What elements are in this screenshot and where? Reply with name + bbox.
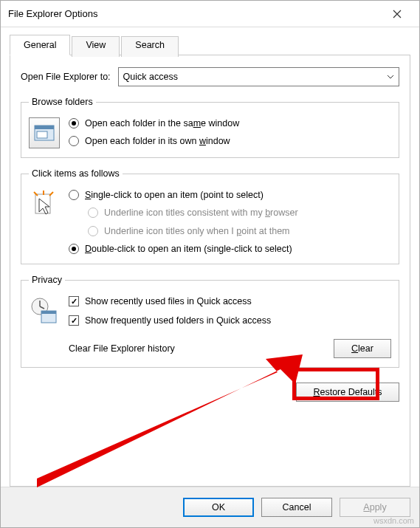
history-icon (29, 295, 60, 326)
restore-defaults-button[interactable]: Restore Defaults (296, 383, 399, 402)
radio-icon (69, 190, 79, 200)
svg-rect-1 (35, 126, 54, 129)
open-to-value: Quick access (123, 72, 178, 82)
browse-folders-legend: Browse folders (29, 97, 96, 107)
radio-same-window-label: Open each folder in the same window (85, 117, 239, 129)
window-title: File Explorer Options (8, 8, 382, 19)
radio-icon (69, 244, 79, 254)
cursor-click-icon (29, 189, 60, 220)
clear-button[interactable]: Clear (334, 339, 391, 358)
radio-own-window-label: Open each folder in its own window (85, 135, 230, 147)
checkbox-show-recent-label: Show recently used files in Quick access (85, 295, 252, 307)
radio-underline-point: Underline icon titles only when I point … (69, 225, 391, 237)
dialog-window: File Explorer Options General View Searc… (0, 0, 420, 528)
radio-single-click[interactable]: Single-click to open an item (point to s… (69, 189, 391, 201)
folder-window-icon (29, 117, 60, 148)
tab-search[interactable]: Search (121, 36, 179, 57)
privacy-legend: Privacy (29, 275, 65, 285)
close-button[interactable] (382, 3, 412, 25)
client-area: General View Search Open File Explorer t… (1, 27, 419, 487)
tab-general-label: General (24, 40, 56, 50)
tab-strip: General View Search (10, 35, 410, 55)
tab-view[interactable]: View (72, 36, 120, 57)
tab-search-label: Search (135, 40, 165, 50)
dialog-buttons: OK Cancel Apply (1, 487, 419, 527)
browse-folders-group: Browse folders Open each folder in the s… (21, 97, 399, 158)
checkbox-icon (69, 296, 79, 306)
ok-button-label: OK (212, 502, 225, 512)
checkbox-icon (69, 315, 79, 326)
watermark: wsxdn.com (373, 516, 414, 525)
close-icon (393, 10, 402, 18)
radio-icon (69, 136, 79, 146)
radio-icon (88, 208, 98, 218)
apply-button[interactable]: Apply (340, 498, 410, 517)
cancel-button[interactable]: Cancel (261, 498, 332, 517)
tab-general[interactable]: General (10, 35, 70, 55)
click-items-group: Click items as follows Single-click to o… (21, 168, 399, 264)
open-to-row: Open File Explorer to: Quick access (21, 67, 399, 86)
svg-rect-11 (41, 311, 56, 314)
radio-underline-point-label: Underline icon titles only when I point … (104, 225, 290, 237)
ok-button[interactable]: OK (183, 498, 254, 517)
radio-icon (88, 226, 98, 236)
privacy-group: Privacy Show recently used files in Quic… (21, 275, 399, 368)
clear-history-row: Clear File Explorer history Clear (69, 335, 391, 358)
chevron-down-icon (382, 68, 399, 86)
radio-double-click-label: Double-click to open an item (single-cli… (85, 243, 292, 255)
radio-double-click[interactable]: Double-click to open an item (single-cli… (69, 243, 391, 255)
radio-icon (69, 118, 79, 128)
radio-same-window[interactable]: Open each folder in the same window (69, 117, 391, 129)
checkbox-show-frequent[interactable]: Show frequently used folders in Quick ac… (69, 315, 391, 326)
tab-view-label: View (86, 40, 106, 50)
checkbox-show-recent[interactable]: Show recently used files in Quick access (69, 295, 391, 307)
open-to-select[interactable]: Quick access (118, 67, 399, 86)
titlebar: File Explorer Options (1, 1, 419, 27)
click-items-legend: Click items as follows (29, 168, 123, 179)
checkbox-show-frequent-label: Show frequently used folders in Quick ac… (85, 315, 271, 326)
svg-rect-2 (37, 131, 47, 138)
radio-underline-browser: Underline icon titles consistent with my… (69, 207, 391, 219)
cancel-button-label: Cancel (283, 502, 311, 512)
open-to-label: Open File Explorer to: (21, 72, 111, 82)
clear-history-label: Clear File Explorer history (69, 343, 326, 354)
radio-single-click-label: Single-click to open an item (point to s… (85, 189, 264, 201)
general-panel: Open File Explorer to: Quick access Brow… (10, 55, 410, 487)
radio-underline-browser-label: Underline icon titles consistent with my… (104, 207, 298, 219)
radio-own-window[interactable]: Open each folder in its own window (69, 135, 391, 147)
